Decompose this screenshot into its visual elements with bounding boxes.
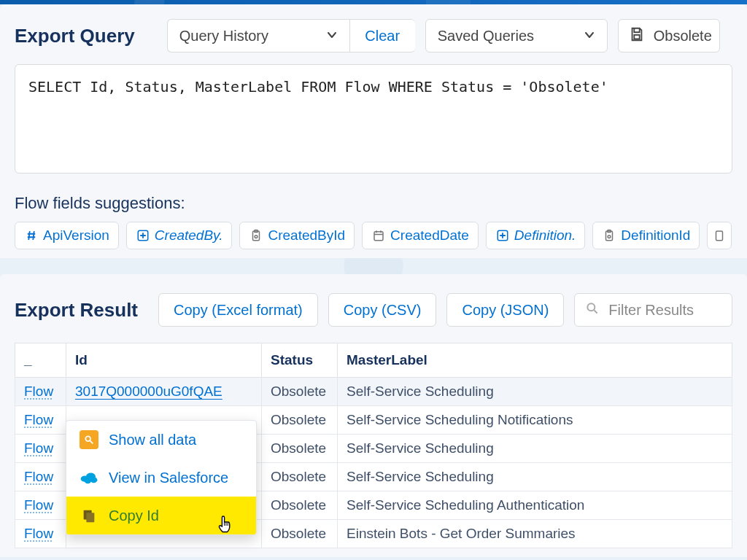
clear-label: Clear [365, 28, 400, 44]
saved-queries-dropdown[interactable]: Saved Queries [425, 19, 608, 52]
cell-masterlabel: Self-Service Scheduling [338, 463, 732, 491]
chip-label: CreatedById [268, 228, 345, 244]
svg-point-12 [85, 436, 90, 441]
hash-icon [24, 228, 39, 243]
chip-label: CreatedDate [390, 228, 469, 244]
query-history-dropdown[interactable]: Query History [167, 19, 349, 52]
cell-status: Obsolete [262, 463, 338, 491]
query-history-group: Query History Clear [167, 19, 415, 52]
cell-status: Obsolete [262, 435, 338, 463]
saved-query-name-text: Obsolete [654, 28, 712, 44]
calendar-icon [371, 228, 386, 243]
menu-item-label: Copy Id [109, 508, 159, 524]
chip-definitionid[interactable]: DefinitionId [592, 222, 700, 249]
export-query-toolbar: Export Query Query History Clear Saved Q… [15, 19, 732, 52]
panel-separator [0, 258, 747, 274]
copy-icon [80, 506, 98, 525]
cell-masterlabel: Self-Service Scheduling Authentication [338, 491, 732, 520]
export-result-toolbar: Export Result Copy (Excel format) Copy (… [15, 293, 732, 327]
magnify-icon [80, 430, 98, 449]
copy-csv-label: Copy (CSV) [344, 302, 422, 319]
chip-definition[interactable]: Definition. [486, 222, 586, 249]
svg-point-9 [608, 236, 611, 238]
chip-label: CreatedBy. [155, 228, 223, 244]
copy-excel-label: Copy (Excel format) [174, 302, 303, 319]
object-type-link[interactable]: Flow [24, 526, 53, 541]
chevron-down-icon [326, 28, 338, 44]
table-row[interactable]: Flow3017Q000000uG0fQAEObsoleteSelf-Servi… [15, 378, 732, 406]
cell-status: Obsolete [262, 406, 338, 435]
suggestions-row: ApiVersion CreatedBy. CreatedById Create… [15, 222, 732, 249]
salesforce-cloud-icon [80, 468, 98, 487]
clear-button[interactable]: Clear [349, 19, 415, 52]
save-icon [629, 26, 645, 46]
table-header-row: _ Id Status MasterLabel [15, 343, 732, 378]
clipboard-icon [249, 228, 263, 243]
export-result-title: Export Result [15, 299, 138, 322]
col-id[interactable]: Id [66, 343, 262, 378]
cell-status: Obsolete [262, 378, 338, 406]
chip-label: ApiVersion [43, 228, 109, 244]
cell-masterlabel: Self-Service Scheduling [338, 378, 732, 406]
chevron-down-icon [584, 28, 595, 44]
copy-excel-button[interactable]: Copy (Excel format) [158, 293, 318, 327]
export-query-panel: Export Query Query History Clear Saved Q… [0, 4, 747, 258]
copy-json-button[interactable]: Copy (JSON) [446, 293, 564, 327]
query-history-label: Query History [179, 28, 268, 44]
cell-status: Obsolete [262, 520, 338, 548]
col-status[interactable]: Status [262, 343, 338, 378]
filter-placeholder: Filter Results [608, 302, 694, 319]
svg-rect-10 [716, 231, 723, 241]
object-type-link[interactable]: Flow [24, 412, 53, 427]
object-type-link[interactable]: Flow [24, 440, 53, 456]
chip-createddate[interactable]: CreatedDate [362, 222, 479, 249]
object-type-link[interactable]: Flow [24, 384, 53, 399]
menu-item-label: Show all data [109, 432, 196, 448]
chip-label: DefinitionId [621, 228, 690, 244]
chip-more[interactable] [707, 222, 732, 249]
clipboard-icon [602, 228, 616, 243]
filter-results-input[interactable]: Filter Results [574, 293, 732, 327]
suggestions-heading: Flow fields suggestions: [15, 194, 732, 213]
chip-apiversion[interactable]: ApiVersion [15, 222, 119, 249]
search-icon [585, 301, 600, 319]
copy-json-label: Copy (JSON) [462, 302, 549, 319]
menu-item-label: View in Salesforce [109, 470, 228, 486]
chip-createdbyid[interactable]: CreatedById [239, 222, 355, 249]
clipboard-icon [712, 228, 727, 243]
copy-csv-button[interactable]: Copy (CSV) [328, 293, 437, 327]
saved-queries-label: Saved Queries [438, 28, 534, 44]
cell-masterlabel: Einstein Bots - Get Order Summaries [338, 520, 732, 548]
col-type[interactable]: _ [15, 343, 66, 378]
svg-rect-5 [374, 232, 383, 241]
cell-status: Obsolete [262, 491, 338, 520]
app-topbar [0, 0, 747, 4]
chip-createdby[interactable]: CreatedBy. [126, 222, 233, 249]
export-query-title: Export Query [15, 25, 135, 47]
svg-point-4 [255, 236, 258, 238]
add-relation-icon [136, 228, 150, 243]
cell-masterlabel: Self-Service Scheduling Notifications [338, 406, 732, 435]
row-context-menu: Show all data View in Salesforce Copy Id [66, 420, 257, 535]
record-id-link[interactable]: 3017Q000000uG0fQAE [75, 384, 222, 399]
svg-rect-18 [86, 513, 94, 522]
object-type-link[interactable]: Flow [24, 497, 53, 513]
menu-item-show-all-data[interactable]: Show all data [66, 421, 256, 459]
cell-masterlabel: Self-Service Scheduling [338, 435, 732, 463]
svg-rect-0 [634, 34, 639, 38]
svg-point-16 [85, 478, 92, 483]
menu-item-copy-id[interactable]: Copy Id [66, 497, 256, 534]
saved-query-name[interactable]: Obsolete [618, 19, 720, 52]
query-input[interactable] [15, 64, 732, 174]
add-relation-icon [495, 228, 510, 243]
chip-label: Definition. [514, 228, 576, 244]
svg-point-11 [588, 303, 595, 311]
menu-item-view-in-salesforce[interactable]: View in Salesforce [66, 459, 256, 497]
object-type-link[interactable]: Flow [24, 469, 53, 484]
col-masterlabel[interactable]: MasterLabel [338, 343, 732, 378]
